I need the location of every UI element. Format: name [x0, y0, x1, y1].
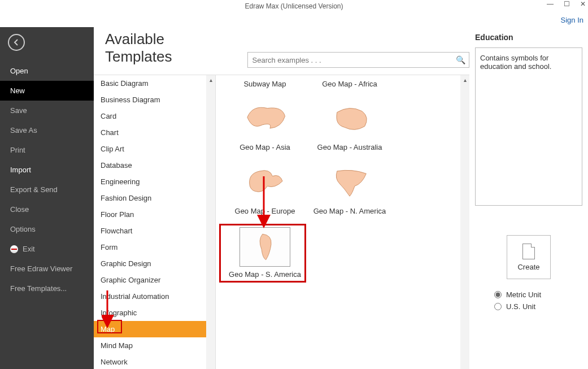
template-tile-australia[interactable]: Geo Map - Australia [307, 100, 392, 152]
nav-item-print[interactable]: Print [0, 140, 94, 160]
nav-item-label: Open [10, 67, 28, 75]
back-button[interactable] [8, 34, 25, 51]
info-panel: Education Contains symbols for education… [469, 27, 588, 369]
nav-item-label: Free Edraw Viewer [10, 264, 72, 273]
nav-item-options[interactable]: Options [0, 219, 94, 239]
template-label: Subway Map [223, 80, 307, 89]
metric-unit-label: Metric Unit [506, 290, 541, 299]
template-label: Geo Map - Africa [307, 80, 392, 89]
search-icon[interactable]: 🔍 [456, 55, 465, 64]
page-icon [522, 244, 535, 259]
nav-item-exit[interactable]: Exit [0, 239, 94, 259]
category-item-network[interactable]: Network [94, 354, 206, 369]
nav-item-free-templates[interactable]: Free Templates... [0, 279, 94, 298]
sign-in-link[interactable]: Sign In [561, 16, 583, 24]
info-description-box: Contains symbols for education and schoo… [475, 47, 582, 206]
back-arrow-icon [12, 38, 20, 46]
us-unit-label: U.S. Unit [506, 302, 535, 311]
category-item-database[interactable]: Database [94, 157, 206, 173]
nav-item-label: Export & Send [10, 185, 58, 194]
window-title: Edraw Max (Unlicensed Version) [245, 2, 343, 10]
nav-item-label: Options [10, 225, 36, 233]
nav-item-label: Save As [10, 126, 37, 134]
category-list: Basic DiagramBusiness DiagramCardChartCl… [94, 75, 216, 369]
maximize-icon[interactable]: ☐ [564, 0, 570, 8]
template-label: Geo Map - N. America [307, 207, 392, 216]
create-label: Create [517, 263, 539, 271]
template-thumb [324, 164, 375, 203]
template-thumb [239, 227, 290, 267]
create-button[interactable]: Create [507, 235, 551, 279]
category-item-flowchart[interactable]: Flowchart [94, 223, 206, 239]
category-item-form[interactable]: Form [94, 239, 206, 255]
nav-item-label: Close [10, 205, 29, 214]
category-item-industrial-automation[interactable]: Industrial Automation [94, 288, 206, 305]
us-unit-option[interactable]: U.S. Unit [494, 302, 582, 311]
template-label: Geo Map - S. America [223, 270, 307, 279]
nav-item-import[interactable]: Import [0, 160, 94, 180]
metric-unit-radio[interactable] [494, 291, 502, 298]
template-tile[interactable]: Geo Map - Africa [307, 80, 392, 89]
category-item-chart[interactable]: Chart [94, 124, 206, 141]
nav-item-label: Save [10, 106, 27, 115]
template-label: Geo Map - Australia [307, 143, 392, 152]
unit-options: Metric Unit U.S. Unit [494, 290, 582, 311]
category-item-clip-art[interactable]: Clip Art [94, 141, 206, 157]
nav-item-new[interactable]: New [0, 81, 94, 101]
category-item-business-diagram[interactable]: Business Diagram [94, 92, 206, 108]
templates-scrollbar[interactable]: ▴ ▾ [460, 75, 469, 369]
exit-icon [10, 245, 18, 253]
us-unit-radio[interactable] [494, 303, 502, 310]
nav-item-free-edraw-viewer[interactable]: Free Edraw Viewer [0, 259, 94, 279]
file-nav: OpenNewSaveSave AsPrintImportExport & Se… [0, 27, 94, 369]
metric-unit-option[interactable]: Metric Unit [494, 290, 582, 299]
category-item-mind-map[interactable]: Mind Map [94, 337, 206, 354]
category-scrollbar[interactable]: ▴ ▾ [206, 75, 215, 369]
nav-item-close[interactable]: Close [0, 199, 94, 219]
category-item-fashion-design[interactable]: Fashion Design [94, 190, 206, 206]
nav-item-label: Free Templates... [10, 284, 67, 293]
search-input[interactable] [252, 56, 456, 64]
search-box[interactable]: 🔍 [247, 52, 469, 68]
templates-gallery: Subway MapGeo Map - AfricaGeo Map - Asia… [216, 75, 469, 369]
template-tile[interactable]: Subway Map [223, 80, 307, 89]
template-thumb [324, 100, 375, 140]
template-tile-samerica[interactable]: Geo Map - S. America [223, 227, 307, 279]
close-icon[interactable]: ✕ [580, 0, 586, 8]
category-item-floor-plan[interactable]: Floor Plan [94, 206, 206, 223]
category-item-graphic-design[interactable]: Graphic Design [94, 255, 206, 272]
template-tile-asia[interactable]: Geo Map - Asia [223, 100, 307, 152]
template-thumb [239, 100, 290, 140]
template-label: Geo Map - Europe [223, 207, 307, 216]
nav-item-save[interactable]: Save [0, 101, 94, 120]
category-item-basic-diagram[interactable]: Basic Diagram [94, 75, 206, 92]
nav-item-save-as[interactable]: Save As [0, 120, 94, 140]
scroll-up-icon[interactable]: ▴ [210, 75, 212, 84]
nav-item-label: New [10, 86, 25, 95]
nav-item-label: Import [10, 166, 31, 174]
category-item-infographic[interactable]: Infographic [94, 305, 206, 321]
scroll-up-icon[interactable]: ▴ [464, 75, 467, 84]
nav-item-label: Exit [23, 245, 35, 253]
info-description: Contains symbols for education and schoo… [480, 54, 551, 71]
template-tile-europe[interactable]: Geo Map - Europe [223, 164, 307, 216]
category-item-map[interactable]: Map [94, 321, 206, 337]
template-thumb [239, 164, 290, 203]
info-title: Education [475, 33, 582, 42]
category-item-card[interactable]: Card [94, 108, 206, 124]
nav-item-export-send[interactable]: Export & Send [0, 180, 94, 199]
template-tile-namerica[interactable]: Geo Map - N. America [307, 164, 392, 216]
nav-item-open[interactable]: Open [0, 61, 94, 81]
template-label: Geo Map - Asia [223, 143, 307, 152]
category-item-graphic-organizer[interactable]: Graphic Organizer [94, 272, 206, 288]
nav-item-label: Print [10, 146, 25, 154]
page-title: Available Templates [99, 31, 234, 71]
minimize-icon[interactable]: ― [547, 0, 554, 8]
category-item-engineering[interactable]: Engineering [94, 173, 206, 190]
